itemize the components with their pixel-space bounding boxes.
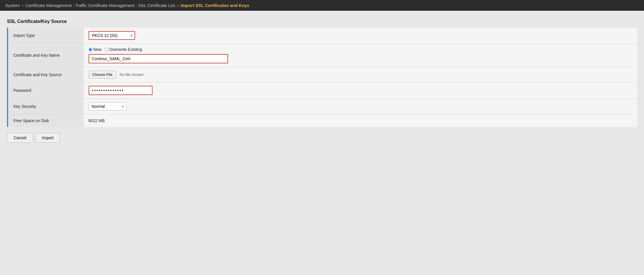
key-security-select-wrapper: Normal High [89, 102, 126, 110]
radio-new-text: New [94, 47, 102, 52]
free-space-value: 8022 MB [83, 114, 637, 127]
radio-new[interactable] [89, 48, 92, 51]
no-file-text: No file chosen [120, 72, 143, 77]
password-value-cell [83, 82, 637, 99]
breadcrumb-middle: Certificate Management : Traffic Certifi… [25, 3, 175, 8]
free-space-row: Free Space on Disk 8022 MB [8, 114, 637, 127]
cancel-button[interactable]: Cancel [7, 133, 33, 143]
form-table: Import Type PKCS 12 (IIS) Local PKCS 7 P… [7, 28, 637, 127]
button-bar: Cancel Import [7, 133, 637, 143]
import-type-select[interactable]: PKCS 12 (IIS) Local PKCS 7 PEM [89, 31, 135, 40]
cert-key-name-value-cell: New Overwrite Existing [83, 44, 637, 67]
password-row: Password [8, 82, 637, 99]
cert-key-source-value-cell: Choose File No file chosen [83, 67, 637, 82]
key-security-row: Key Security Normal High [8, 99, 637, 114]
password-input[interactable] [89, 86, 153, 95]
radio-overwrite-label[interactable]: Overwrite Existing [105, 47, 142, 52]
free-space-label: Free Space on Disk [8, 114, 83, 127]
breadcrumb-current: Import SSL Certificates and Keys [181, 3, 249, 8]
cert-key-source-label: Certificate and Key Source [8, 67, 83, 82]
choose-file-button[interactable]: Choose File [89, 71, 116, 78]
main-content: SSL Certificate/Key Source Import Type P… [0, 11, 644, 150]
import-button[interactable]: Import [35, 133, 60, 143]
radio-overwrite-text: Overwrite Existing [110, 47, 142, 52]
cert-key-name-label: Certificate and Key Name [8, 44, 83, 67]
import-type-row: Import Type PKCS 12 (IIS) Local PKCS 7 P… [8, 28, 637, 44]
cert-key-name-input[interactable] [89, 54, 228, 63]
breadcrumb-sep2: » [177, 3, 179, 8]
radio-overwrite[interactable] [105, 48, 108, 51]
cert-key-source-row: Certificate and Key Source Choose File N… [8, 67, 637, 82]
radio-new-label[interactable]: New [89, 47, 102, 52]
breadcrumb-bar: System » Certificate Management : Traffi… [0, 0, 644, 11]
section-title: SSL Certificate/Key Source [7, 19, 637, 24]
breadcrumb-sep1: » [21, 3, 24, 8]
radio-group: New Overwrite Existing [89, 47, 632, 52]
key-security-value-cell: Normal High [83, 99, 637, 114]
import-type-select-wrapper: PKCS 12 (IIS) Local PKCS 7 PEM [89, 31, 135, 40]
import-type-value-cell: PKCS 12 (IIS) Local PKCS 7 PEM [83, 28, 637, 44]
key-security-select[interactable]: Normal High [89, 102, 126, 110]
key-security-label: Key Security [8, 99, 83, 114]
password-label: Password [8, 82, 83, 99]
breadcrumb-system: System [5, 3, 20, 8]
import-type-label: Import Type [8, 28, 83, 44]
cert-key-name-row: Certificate and Key Name New Overwrite E… [8, 44, 637, 67]
